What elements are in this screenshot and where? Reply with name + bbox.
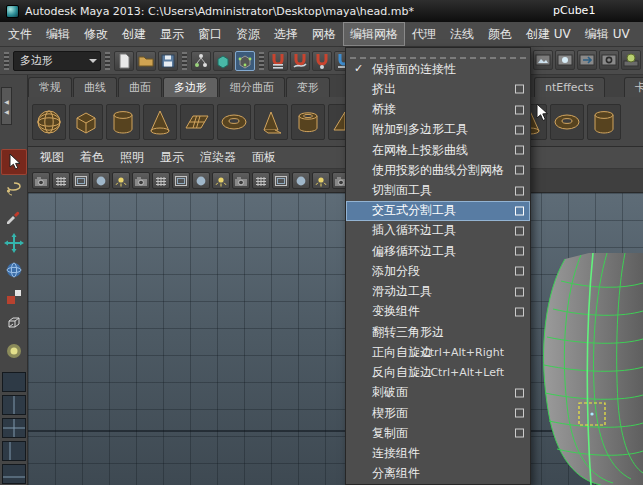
panel-menu-2[interactable]: 照明 [112,149,152,166]
bookmarks-icon[interactable] [92,172,110,189]
select-tool[interactable] [1,149,27,175]
option-box[interactable] [515,206,524,215]
poly-sphere-icon[interactable] [32,104,66,140]
menubar-item-12[interactable]: 颜色 [481,22,519,46]
select-hierarchy-button[interactable] [191,51,211,71]
edit-mesh-menu-item-8[interactable]: 插入循环边工具 [346,221,530,241]
new-scene-button[interactable] [114,51,134,71]
shelf-tab-1[interactable]: 曲线 [73,77,117,97]
poly-torus-icon[interactable] [217,104,251,140]
two-pane-vertical-layout-button[interactable] [2,395,26,415]
poly-plane-icon[interactable] [180,104,214,140]
menubar-item-6[interactable]: 资源 [229,22,267,46]
four-pane-layout-button[interactable] [2,418,26,438]
shelf-tab-2[interactable]: 曲面 [118,77,162,97]
poly-torus-icon[interactable] [550,104,584,140]
menubar-item-14[interactable]: 编辑 UV [578,22,637,46]
mesh-pcube1[interactable] [531,253,643,485]
lock-camera-icon[interactable] [52,172,70,189]
rotate-tool[interactable] [1,257,27,283]
ipr-render-button[interactable] [577,50,597,70]
poly-cylinder-icon[interactable] [587,104,621,140]
single-pane-layout-button[interactable] [2,372,26,392]
edit-mesh-menu-item-11[interactable]: 滑动边工具 [346,282,530,302]
edit-mesh-menu-item-16[interactable]: 刺破面 [346,383,530,403]
image-plane-icon[interactable] [112,172,130,189]
shelf-tab-3[interactable]: 多边形 [163,77,218,97]
select-camera-icon[interactable] [32,172,50,189]
select-object-button[interactable] [213,51,233,71]
panel-menu-4[interactable]: 渲染器 [192,149,244,166]
panel-menu-5[interactable]: 面板 [244,149,284,166]
option-box[interactable] [515,267,524,276]
edit-mesh-menu-item-12[interactable]: 变换组件 [346,302,530,322]
edit-mesh-menu-item-15[interactable]: 反向自旋边Ctrl+Alt+Left [346,363,530,383]
menubar-item-0[interactable]: 文件 [1,22,39,46]
section-grip[interactable] [4,52,9,70]
menubar-item-13[interactable]: 创建 UV [519,22,578,46]
option-box[interactable] [515,166,524,175]
menubar-item-8[interactable]: 网格 [305,22,343,46]
two-d-pan-zoom-icon[interactable] [132,172,150,189]
section-grip[interactable] [259,52,264,70]
edit-mesh-menu-item-1[interactable]: 挤出 [346,79,530,99]
poly-cone-icon[interactable] [143,104,177,140]
gate-mask-icon[interactable] [232,172,250,189]
title-bar[interactable]: Autodesk Maya 2013: C:\Users\Administrat… [0,0,643,22]
render-current-frame-button[interactable] [555,50,575,70]
menubar-item-2[interactable]: 修改 [77,22,115,46]
shelf-tab-right-1[interactable]: 卡通 [624,77,643,97]
paint-select-tool[interactable] [1,203,27,229]
option-box[interactable] [515,429,524,438]
edit-mesh-menu-item-2[interactable]: 桥接 [346,99,530,119]
poly-cube-icon[interactable] [69,104,103,140]
field-chart-icon[interactable] [252,172,270,189]
persp-graph-layout-button[interactable] [2,464,26,484]
edit-mesh-menu-item-18[interactable]: 复制面 [346,423,530,443]
open-scene-button[interactable] [136,51,156,71]
edit-mesh-menu-item-5[interactable]: 使用投影的曲线分割网格 [346,160,530,180]
shelf-tab-5[interactable]: 变形 [286,77,330,97]
persp-outliner-layout-button[interactable] [2,441,26,461]
menubar-item-10[interactable]: 代理 [405,22,443,46]
snap-point-button[interactable] [312,51,332,71]
move-tool[interactable] [1,230,27,256]
menubar-item-4[interactable]: 显示 [153,22,191,46]
option-box[interactable] [515,287,524,296]
grid-toggle-icon[interactable] [172,172,190,189]
edit-mesh-menu-item-4[interactable]: 在网格上投影曲线 [346,140,530,160]
poly-prism-icon[interactable] [254,104,288,140]
shelf-tab-4[interactable]: 细分曲面 [219,77,285,97]
grease-pencil-icon[interactable] [152,172,170,189]
option-box[interactable] [515,85,524,94]
camera-attributes-icon[interactable] [72,172,90,189]
edit-mesh-menu-item-10[interactable]: 添加分段 [346,261,530,281]
edit-mesh-menu-item-9[interactable]: 偏移循环边工具 [346,241,530,261]
section-grip[interactable] [182,52,187,70]
edit-mesh-menu-item-20[interactable]: 分离组件 [346,464,530,484]
resolution-gate-icon[interactable] [212,172,230,189]
option-box[interactable] [515,105,524,114]
menubar-item-11[interactable]: 法线 [443,22,481,46]
snap-grid-button[interactable] [268,51,288,71]
universal-manipulator-tool[interactable] [1,311,27,337]
option-box[interactable] [515,307,524,316]
safe-title-icon[interactable] [292,172,310,189]
select-component-button[interactable] [235,51,255,71]
option-box[interactable] [515,247,524,256]
viewport[interactable] [28,193,643,485]
render-settings-button[interactable] [599,50,619,70]
menu-set-dropdown[interactable]: 多边形 [13,51,101,71]
menubar-item-9[interactable]: 编辑网格 [343,22,405,46]
panel-menu-3[interactable]: 显示 [152,149,192,166]
save-scene-button[interactable] [158,51,178,71]
option-box[interactable] [515,186,524,195]
edit-mesh-menu-item-13[interactable]: 翻转三角形边 [346,322,530,342]
shelf-tab-right-0[interactable]: ntEffects [534,77,605,97]
poly-pipe-icon[interactable] [291,104,325,140]
panel-menu-0[interactable]: 视图 [32,149,72,166]
wireframe-mode-icon[interactable] [312,172,330,189]
lasso-tool[interactable] [1,176,27,202]
option-box[interactable] [515,146,524,155]
option-box[interactable] [515,409,524,418]
